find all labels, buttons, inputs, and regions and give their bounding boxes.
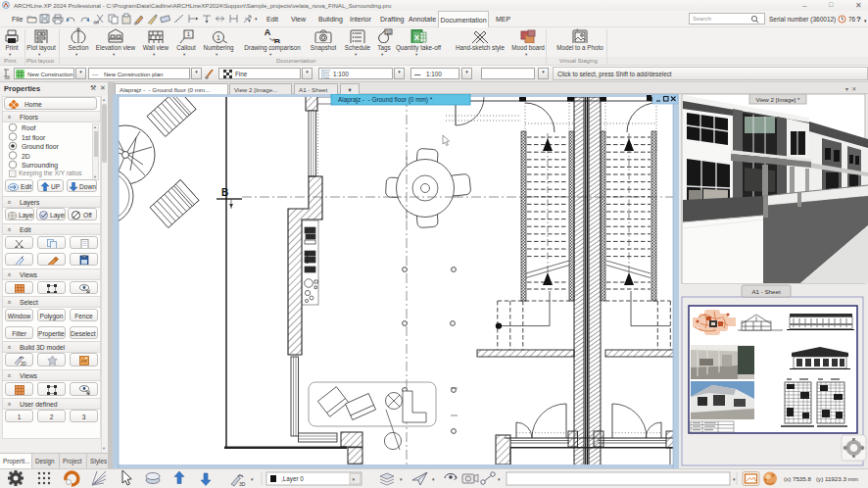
svg-text:(x) 7535.8 (y) 11923.3 mm: (x) 7535.8 (y) 11923.3 mm xyxy=(784,475,858,482)
svg-text:99: 99 xyxy=(386,30,392,35)
svg-text:,Layer 0: ,Layer 0 xyxy=(281,475,304,483)
svg-text:▾: ▾ xyxy=(255,16,258,22)
svg-text:A: A xyxy=(265,27,271,37)
svg-text:3D: 3D xyxy=(21,362,26,366)
svg-text:▾: ▾ xyxy=(400,476,403,482)
svg-text:B: B xyxy=(221,187,228,198)
svg-text:X: X xyxy=(414,33,420,42)
svg-text:▾: ▾ xyxy=(251,476,254,482)
svg-text:▾: ▾ xyxy=(498,476,501,482)
svg-text:View 2 [Image] *: View 2 [Image] * xyxy=(756,96,801,103)
svg-text:1: 1 xyxy=(217,34,220,41)
svg-text:▾: ▾ xyxy=(432,476,435,482)
svg-text:Alaprajz - - Ground floor (0: Alaprajz - - Ground floor (0 mm) * xyxy=(338,96,433,104)
svg-text:1: 1 xyxy=(187,31,191,37)
svg-text:4: 4 xyxy=(576,27,579,32)
svg-text:A1 - Sheet: A1 - Sheet xyxy=(751,288,781,295)
svg-text:3D: 3D xyxy=(239,481,246,487)
svg-text:▾: ▾ xyxy=(733,476,736,482)
